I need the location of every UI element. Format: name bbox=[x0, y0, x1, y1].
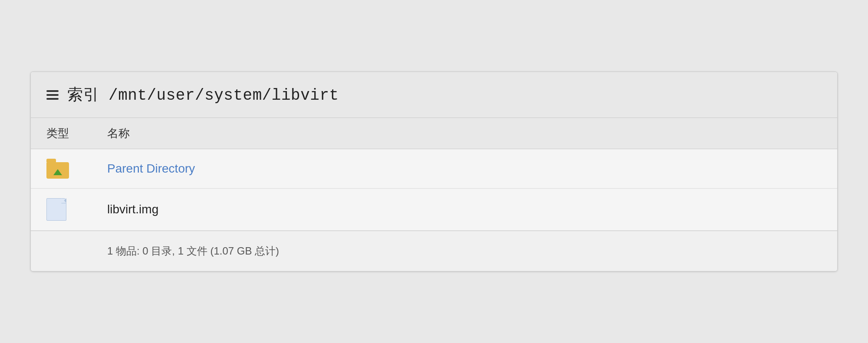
footer-row: 1 物品: 0 目录, 1 文件 (1.07 GB 总计) bbox=[31, 231, 837, 271]
parent-directory-link[interactable]: Parent Directory bbox=[107, 162, 195, 175]
file-browser-container: 索引 /mnt/user/system/libvirt 类型 名称 Parent… bbox=[30, 72, 838, 271]
table-row: libvirt.img bbox=[31, 189, 837, 231]
footer-summary: 1 物品: 0 目录, 1 文件 (1.07 GB 总计) bbox=[107, 245, 279, 257]
table-header: 类型 名称 bbox=[31, 118, 837, 149]
col-type-header: 类型 bbox=[46, 126, 90, 141]
hamburger-icon[interactable] bbox=[46, 90, 59, 100]
filename-label[interactable]: libvirt.img bbox=[107, 203, 158, 216]
header: 索引 /mnt/user/system/libvirt bbox=[31, 72, 837, 118]
parent-directory-icon bbox=[46, 159, 69, 179]
col-name-file[interactable]: libvirt.img bbox=[107, 203, 822, 216]
col-name-parent[interactable]: Parent Directory bbox=[107, 162, 822, 176]
file-document-icon bbox=[46, 198, 66, 221]
col-name-header: 名称 bbox=[107, 126, 130, 141]
col-icon-parent bbox=[46, 159, 90, 179]
page-title: 索引 /mnt/user/system/libvirt bbox=[67, 84, 339, 105]
col-icon-file bbox=[46, 198, 90, 221]
table-row: Parent Directory bbox=[31, 149, 837, 189]
